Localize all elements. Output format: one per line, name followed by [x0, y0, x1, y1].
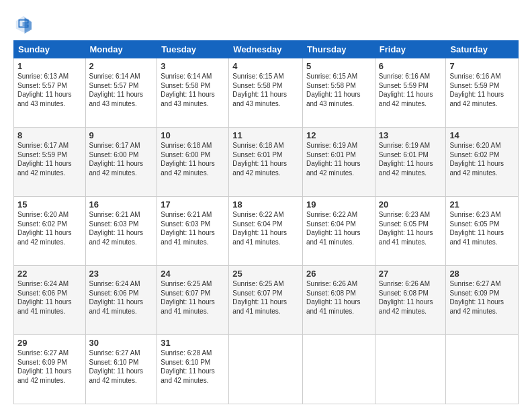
day-info: Sunrise: 6:18 AM Sunset: 6:00 PM Dayligh…	[161, 141, 225, 177]
day-cell: 6Sunrise: 6:16 AM Sunset: 5:59 PM Daylig…	[375, 58, 446, 128]
day-cell: 20Sunrise: 6:23 AM Sunset: 6:05 PM Dayli…	[375, 197, 446, 266]
day-number: 10	[161, 130, 225, 140]
day-info: Sunrise: 6:24 AM Sunset: 6:06 PM Dayligh…	[89, 279, 154, 316]
day-cell: 28Sunrise: 6:27 AM Sunset: 6:09 PM Dayli…	[446, 266, 519, 335]
weekday-monday: Monday	[85, 41, 157, 58]
day-cell	[446, 335, 519, 404]
day-number: 6	[379, 61, 443, 71]
weekday-wednesday: Wednesday	[229, 41, 303, 58]
calendar-table: SundayMondayTuesdayWednesdayThursdayFrid…	[13, 40, 519, 404]
day-number: 1	[17, 61, 82, 71]
day-cell: 31Sunrise: 6:28 AM Sunset: 6:10 PM Dayli…	[157, 335, 229, 404]
day-number: 24	[161, 269, 225, 279]
day-cell: 7Sunrise: 6:16 AM Sunset: 5:59 PM Daylig…	[446, 58, 519, 128]
day-cell: 10Sunrise: 6:18 AM Sunset: 6:00 PM Dayli…	[157, 128, 229, 197]
day-number: 18	[232, 199, 299, 210]
logo	[13, 13, 36, 34]
day-info: Sunrise: 6:27 AM Sunset: 6:09 PM Dayligh…	[17, 349, 82, 385]
day-cell: 19Sunrise: 6:22 AM Sunset: 6:04 PM Dayli…	[302, 197, 375, 266]
day-number: 19	[306, 199, 371, 210]
day-info: Sunrise: 6:14 AM Sunset: 5:57 PM Dayligh…	[89, 72, 154, 108]
day-info: Sunrise: 6:23 AM Sunset: 6:05 PM Dayligh…	[449, 210, 515, 246]
day-cell: 16Sunrise: 6:21 AM Sunset: 6:03 PM Dayli…	[85, 197, 157, 266]
week-row-1: 1Sunrise: 6:13 AM Sunset: 5:57 PM Daylig…	[14, 58, 519, 128]
day-cell: 8Sunrise: 6:17 AM Sunset: 5:59 PM Daylig…	[14, 128, 86, 197]
day-number: 22	[17, 269, 82, 279]
day-number: 5	[306, 61, 371, 71]
weekday-saturday: Saturday	[446, 41, 519, 58]
day-info: Sunrise: 6:25 AM Sunset: 6:07 PM Dayligh…	[161, 279, 225, 316]
day-info: Sunrise: 6:16 AM Sunset: 5:59 PM Dayligh…	[379, 72, 443, 108]
day-info: Sunrise: 6:25 AM Sunset: 6:07 PM Dayligh…	[232, 279, 299, 316]
day-number: 2	[89, 61, 154, 71]
day-cell: 11Sunrise: 6:18 AM Sunset: 6:01 PM Dayli…	[229, 128, 303, 197]
day-info: Sunrise: 6:19 AM Sunset: 6:01 PM Dayligh…	[306, 141, 371, 177]
day-number: 14	[449, 130, 515, 140]
day-number: 20	[379, 199, 443, 210]
day-info: Sunrise: 6:21 AM Sunset: 6:03 PM Dayligh…	[89, 210, 154, 246]
day-number: 21	[449, 199, 515, 210]
day-info: Sunrise: 6:26 AM Sunset: 6:08 PM Dayligh…	[379, 279, 443, 316]
day-number: 13	[379, 130, 443, 140]
day-info: Sunrise: 6:18 AM Sunset: 6:01 PM Dayligh…	[232, 141, 299, 177]
day-info: Sunrise: 6:13 AM Sunset: 5:57 PM Dayligh…	[17, 72, 82, 108]
day-number: 26	[306, 269, 371, 279]
day-number: 3	[161, 61, 225, 71]
day-cell: 1Sunrise: 6:13 AM Sunset: 5:57 PM Daylig…	[14, 58, 86, 128]
day-info: Sunrise: 6:19 AM Sunset: 6:01 PM Dayligh…	[379, 141, 443, 177]
day-info: Sunrise: 6:22 AM Sunset: 6:04 PM Dayligh…	[306, 210, 371, 246]
day-number: 29	[17, 338, 82, 348]
day-info: Sunrise: 6:20 AM Sunset: 6:02 PM Dayligh…	[449, 141, 515, 177]
day-cell: 22Sunrise: 6:24 AM Sunset: 6:06 PM Dayli…	[14, 266, 86, 335]
week-row-3: 15Sunrise: 6:20 AM Sunset: 6:02 PM Dayli…	[14, 197, 519, 266]
day-info: Sunrise: 6:27 AM Sunset: 6:09 PM Dayligh…	[449, 279, 515, 316]
day-number: 15	[17, 199, 82, 210]
day-cell: 18Sunrise: 6:22 AM Sunset: 6:04 PM Dayli…	[229, 197, 303, 266]
week-row-2: 8Sunrise: 6:17 AM Sunset: 5:59 PM Daylig…	[14, 128, 519, 197]
day-cell	[229, 335, 303, 404]
day-info: Sunrise: 6:24 AM Sunset: 6:06 PM Dayligh…	[17, 279, 82, 316]
day-info: Sunrise: 6:23 AM Sunset: 6:05 PM Dayligh…	[379, 210, 443, 246]
day-cell: 2Sunrise: 6:14 AM Sunset: 5:57 PM Daylig…	[85, 58, 157, 128]
day-cell: 3Sunrise: 6:14 AM Sunset: 5:58 PM Daylig…	[157, 58, 229, 128]
day-cell: 13Sunrise: 6:19 AM Sunset: 6:01 PM Dayli…	[375, 128, 446, 197]
day-info: Sunrise: 6:15 AM Sunset: 5:58 PM Dayligh…	[306, 72, 371, 108]
day-cell: 26Sunrise: 6:26 AM Sunset: 6:08 PM Dayli…	[302, 266, 375, 335]
day-info: Sunrise: 6:22 AM Sunset: 6:04 PM Dayligh…	[232, 210, 299, 246]
day-info: Sunrise: 6:26 AM Sunset: 6:08 PM Dayligh…	[306, 279, 371, 316]
day-cell: 5Sunrise: 6:15 AM Sunset: 5:58 PM Daylig…	[302, 58, 375, 128]
day-number: 31	[161, 338, 225, 348]
week-row-4: 22Sunrise: 6:24 AM Sunset: 6:06 PM Dayli…	[14, 266, 519, 335]
day-cell: 27Sunrise: 6:26 AM Sunset: 6:08 PM Dayli…	[375, 266, 446, 335]
day-cell: 30Sunrise: 6:27 AM Sunset: 6:10 PM Dayli…	[85, 335, 157, 404]
day-cell: 23Sunrise: 6:24 AM Sunset: 6:06 PM Dayli…	[85, 266, 157, 335]
header	[13, 13, 519, 34]
day-cell: 9Sunrise: 6:17 AM Sunset: 6:00 PM Daylig…	[85, 128, 157, 197]
day-cell: 17Sunrise: 6:21 AM Sunset: 6:03 PM Dayli…	[157, 197, 229, 266]
day-info: Sunrise: 6:14 AM Sunset: 5:58 PM Dayligh…	[161, 72, 225, 108]
day-number: 12	[306, 130, 371, 140]
page: SundayMondayTuesdayWednesdayThursdayFrid…	[0, 0, 532, 411]
day-info: Sunrise: 6:15 AM Sunset: 5:58 PM Dayligh…	[232, 72, 299, 108]
day-number: 27	[379, 269, 443, 279]
day-cell: 21Sunrise: 6:23 AM Sunset: 6:05 PM Dayli…	[446, 197, 519, 266]
day-info: Sunrise: 6:17 AM Sunset: 6:00 PM Dayligh…	[89, 141, 154, 177]
day-cell	[302, 335, 375, 404]
day-number: 30	[89, 338, 154, 348]
general-blue-icon	[13, 13, 34, 34]
day-cell: 4Sunrise: 6:15 AM Sunset: 5:58 PM Daylig…	[229, 58, 303, 128]
week-row-5: 29Sunrise: 6:27 AM Sunset: 6:09 PM Dayli…	[14, 335, 519, 404]
day-cell	[375, 335, 446, 404]
day-cell: 12Sunrise: 6:19 AM Sunset: 6:01 PM Dayli…	[302, 128, 375, 197]
day-number: 17	[161, 199, 225, 210]
day-number: 8	[17, 130, 82, 140]
day-number: 4	[232, 61, 299, 71]
day-info: Sunrise: 6:21 AM Sunset: 6:03 PM Dayligh…	[161, 210, 225, 246]
day-info: Sunrise: 6:17 AM Sunset: 5:59 PM Dayligh…	[17, 141, 82, 177]
day-number: 23	[89, 269, 154, 279]
day-number: 28	[449, 269, 515, 279]
weekday-friday: Friday	[375, 41, 446, 58]
day-info: Sunrise: 6:20 AM Sunset: 6:02 PM Dayligh…	[17, 210, 82, 246]
weekday-tuesday: Tuesday	[157, 41, 229, 58]
weekday-sunday: Sunday	[14, 41, 86, 58]
